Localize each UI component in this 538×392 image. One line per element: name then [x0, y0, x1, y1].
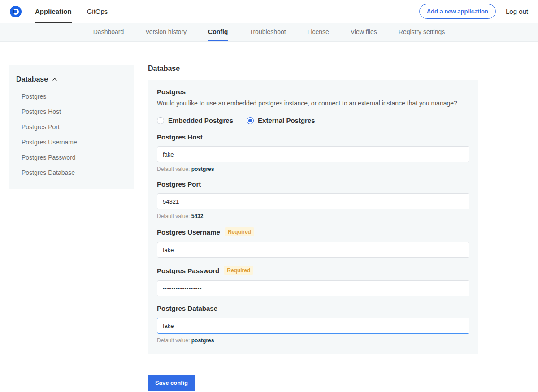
required-badge: Required — [225, 227, 254, 236]
top-nav-right: Add a new application Log out — [419, 4, 528, 19]
sidebar-item-postgres[interactable]: Postgres — [16, 89, 126, 104]
sidebar-item-postgres-database[interactable]: Postgres Database — [16, 165, 126, 180]
postgres-host-label: Postgres Host — [157, 133, 203, 141]
tab-config[interactable]: Config — [208, 23, 228, 41]
postgres-password-label: Postgres Password — [157, 267, 219, 274]
field-postgres-host: Postgres Host Default value: postgres — [157, 133, 469, 172]
tab-registry-settings[interactable]: Registry settings — [399, 23, 445, 41]
section-title: Database — [148, 65, 478, 73]
default-value: postgres — [191, 337, 214, 344]
app-subnav: Dashboard Version history Config Trouble… — [0, 23, 538, 42]
tab-version-history[interactable]: Version history — [145, 23, 187, 41]
sidebar-item-postgres-username[interactable]: Postgres Username — [16, 135, 126, 150]
postgres-radio-group: Embedded Postgres External Postgres — [157, 117, 469, 124]
postgres-group-label: Postgres — [157, 88, 469, 96]
tab-view-files[interactable]: View files — [351, 23, 377, 41]
radio-unchecked-icon — [157, 117, 164, 124]
sidebar-item-postgres-port[interactable]: Postgres Port — [16, 119, 126, 135]
save-config-button[interactable]: Save config — [148, 375, 195, 391]
required-badge: Required — [224, 266, 253, 275]
top-nav-tabs: Application GitOps — [35, 0, 108, 23]
postgres-database-input[interactable] — [157, 318, 469, 334]
postgres-password-input[interactable] — [157, 280, 469, 296]
postgres-port-label: Postgres Port — [157, 180, 201, 188]
postgres-host-default-hint: Default value: postgres — [157, 166, 469, 172]
postgres-help-text: Would you like to use an embedded postgr… — [157, 100, 469, 107]
radio-embedded-postgres[interactable]: Embedded Postgres — [157, 117, 233, 124]
page-body: Database Postgres Postgres Host Postgres… — [0, 42, 538, 391]
nav-tab-application[interactable]: Application — [35, 0, 72, 23]
sidebar-item-list: Postgres Postgres Host Postgres Port Pos… — [16, 89, 126, 180]
default-value: postgres — [191, 166, 214, 172]
postgres-username-label: Postgres Username — [157, 228, 220, 236]
postgres-database-default-hint: Default value: postgres — [157, 337, 469, 344]
sidebar-group-label: Database — [16, 75, 48, 83]
default-value: 5432 — [191, 213, 204, 219]
sidebar-item-postgres-host[interactable]: Postgres Host — [16, 104, 126, 119]
tab-license[interactable]: License — [308, 23, 329, 41]
config-main: Database Postgres Would you like to use … — [148, 65, 478, 391]
nav-tab-gitops[interactable]: GitOps — [87, 0, 108, 23]
field-postgres-port: Postgres Port Default value: 5432 — [157, 180, 469, 219]
replicated-logo-icon — [13, 9, 19, 15]
sidebar-item-postgres-password[interactable]: Postgres Password — [16, 150, 126, 165]
postgres-port-input[interactable] — [157, 193, 469, 209]
config-sidebar: Database Postgres Postgres Host Postgres… — [9, 65, 134, 189]
radio-external-label: External Postgres — [258, 117, 315, 124]
top-navbar: Application GitOps Add a new application… — [0, 0, 538, 23]
default-label: Default value: — [157, 166, 190, 172]
tab-troubleshoot[interactable]: Troubleshoot — [249, 23, 286, 41]
postgres-username-input[interactable] — [157, 242, 469, 258]
default-label: Default value: — [157, 213, 190, 219]
default-label: Default value: — [157, 337, 190, 344]
database-config-group: Postgres Would you like to use an embedd… — [148, 80, 478, 354]
add-application-button[interactable]: Add a new application — [419, 4, 496, 19]
sidebar-group-database[interactable]: Database — [16, 75, 126, 83]
logout-link[interactable]: Log out — [506, 8, 528, 15]
field-postgres-database: Postgres Database Default value: postgre… — [157, 305, 469, 344]
radio-checked-icon — [247, 117, 254, 124]
postgres-database-label: Postgres Database — [157, 305, 217, 312]
field-postgres-password: Postgres Password Required — [157, 266, 469, 296]
field-postgres-username: Postgres Username Required — [157, 227, 469, 258]
app-logo[interactable] — [10, 6, 22, 17]
radio-external-postgres[interactable]: External Postgres — [247, 117, 315, 124]
tab-dashboard[interactable]: Dashboard — [93, 23, 124, 41]
chevron-up-icon — [52, 77, 57, 82]
postgres-port-default-hint: Default value: 5432 — [157, 213, 469, 219]
postgres-host-input[interactable] — [157, 146, 469, 162]
radio-embedded-label: Embedded Postgres — [168, 117, 233, 124]
